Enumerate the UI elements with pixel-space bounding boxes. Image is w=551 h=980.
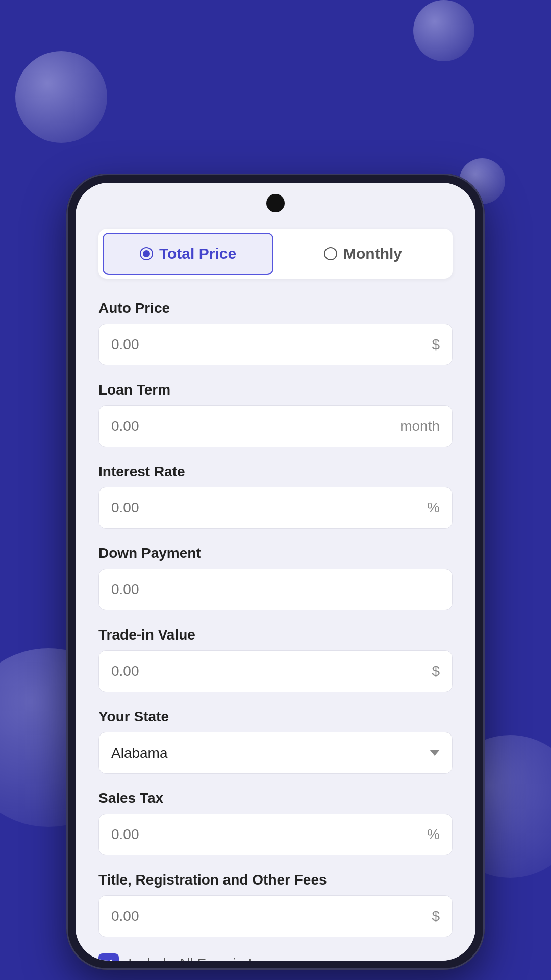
loan-term-input-wrapper: month (98, 405, 453, 447)
interest-rate-group: Interest Rate % (98, 463, 453, 529)
loan-term-input[interactable] (111, 418, 400, 434)
down-payment-group: Down Payment (98, 545, 453, 610)
phone-frame: Total Price Monthly Auto Price $ Loan Te… (66, 174, 485, 970)
trade-in-label: Trade-in Value (98, 627, 453, 643)
radio-monthly (324, 247, 337, 260)
side-button-right-bottom (483, 459, 485, 541)
loan-term-group: Loan Term month (98, 382, 453, 447)
state-select-wrapper[interactable]: Alabama Alaska Arizona Arkansas Californ… (98, 732, 453, 774)
trade-in-group: Trade-in Value $ (98, 627, 453, 692)
down-payment-input[interactable] (111, 581, 440, 598)
interest-rate-suffix: % (427, 500, 440, 516)
down-payment-input-wrapper (98, 569, 453, 610)
sales-tax-label: Sales Tax (98, 790, 453, 806)
other-fees-input-wrapper: $ (98, 895, 453, 937)
trade-in-input[interactable] (111, 663, 432, 679)
tab-switcher: Total Price Monthly (98, 229, 453, 279)
side-button-left (66, 429, 68, 490)
state-select[interactable]: Alabama Alaska Arizona Arkansas Californ… (111, 745, 430, 761)
sales-tax-suffix: % (427, 826, 440, 843)
auto-price-label: Auto Price (98, 300, 453, 316)
camera-notch (266, 194, 285, 212)
sales-tax-input[interactable] (111, 826, 427, 843)
trade-in-suffix: $ (432, 663, 440, 679)
other-fees-group: Title, Registration and Other Fees $ (98, 872, 453, 937)
other-fees-suffix: $ (432, 908, 440, 924)
loan-term-suffix: month (400, 418, 440, 434)
other-fees-input[interactable] (111, 908, 432, 924)
tab-monthly-label: Monthly (343, 245, 402, 262)
decorative-sphere-2 (413, 0, 474, 61)
tab-total-price[interactable]: Total Price (103, 233, 273, 275)
chevron-down-icon (430, 750, 440, 756)
down-payment-label: Down Payment (98, 545, 453, 561)
include-fees-row: Include All Fees in Loan (98, 953, 453, 961)
state-label: Your State (98, 708, 453, 725)
include-fees-checkbox[interactable] (98, 953, 119, 961)
phone-screen: Total Price Monthly Auto Price $ Loan Te… (76, 183, 475, 961)
other-fees-label: Title, Registration and Other Fees (98, 872, 453, 888)
include-fees-label: Include All Fees in Loan (128, 955, 280, 961)
sales-tax-input-wrapper: % (98, 814, 453, 855)
interest-rate-input[interactable] (111, 500, 427, 516)
radio-total-price (140, 247, 153, 260)
auto-price-group: Auto Price $ (98, 300, 453, 365)
interest-rate-label: Interest Rate (98, 463, 453, 480)
screen-content: Total Price Monthly Auto Price $ Loan Te… (76, 183, 475, 961)
sales-tax-group: Sales Tax % (98, 790, 453, 855)
trade-in-input-wrapper: $ (98, 650, 453, 692)
tab-monthly[interactable]: Monthly (278, 233, 448, 275)
decorative-sphere-1 (15, 51, 107, 143)
auto-price-suffix: $ (432, 336, 440, 353)
auto-price-input[interactable] (111, 336, 432, 353)
auto-price-input-wrapper: $ (98, 324, 453, 365)
loan-term-label: Loan Term (98, 382, 453, 398)
state-group: Your State Alabama Alaska Arizona Arkans… (98, 708, 453, 774)
interest-rate-input-wrapper: % (98, 487, 453, 529)
side-button-right-top (483, 388, 485, 439)
tab-total-price-label: Total Price (159, 245, 236, 262)
